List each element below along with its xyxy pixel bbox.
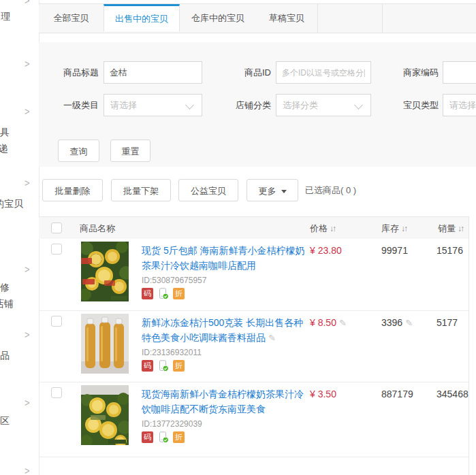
table-row: 新鲜冰冻金桔汁500克装 长期出售各种特色美食小吃调味酱香料甜品✎ ID:231… bbox=[39, 311, 476, 382]
stock-header-label: 库存 bbox=[381, 223, 399, 233]
selected-count-text: 已选商品( 0 ) bbox=[305, 179, 356, 201]
product-id: ID:530879675957 bbox=[142, 276, 206, 285]
product-id: ID:13772329039 bbox=[142, 419, 202, 429]
chevron-right-icon[interactable]: > bbox=[25, 105, 30, 117]
sidebar-item-fragment[interactable]: 区 bbox=[0, 415, 10, 427]
table-row: 现货 5斤包邮 海南新鲜青小金桔柠檬奶茶果汁冷饮越南咖啡店配用 ID:53087… bbox=[39, 239, 476, 310]
category-select[interactable]: 请选择 bbox=[104, 94, 202, 116]
row-divider bbox=[39, 457, 469, 457]
sidebar-item-fragment[interactable]: 品 bbox=[0, 350, 10, 362]
price-text: ¥ 8.50 bbox=[310, 317, 336, 328]
sales-header-label: 销量 bbox=[438, 223, 456, 233]
code-badge: 码 bbox=[142, 431, 153, 443]
sidebar-item-fragment[interactable]: 修 bbox=[0, 282, 10, 294]
sidebar-item-fragment[interactable]: 具 bbox=[0, 127, 10, 139]
title-field-label: 商品标题 bbox=[58, 61, 99, 84]
column-header-sales[interactable]: 销量↓↑ bbox=[438, 217, 463, 240]
chevron-down-icon bbox=[185, 101, 194, 110]
table-row: 现货海南新鲜小青金桔柠檬奶茶果汁冷饮咖啡店配不断货东南亚美食 ID:137723… bbox=[39, 382, 476, 454]
column-header-stock[interactable]: 库存↓↑ bbox=[381, 217, 407, 240]
chevron-right-icon[interactable]: > bbox=[25, 263, 30, 275]
tab-all-items[interactable]: 全部宝贝 bbox=[39, 4, 104, 33]
product-title-text: 新鲜冰冻金桔汁500克装 长期出售各种特色美食小吃调味酱香料甜品 bbox=[142, 317, 303, 343]
edit-price-icon[interactable]: ✎ bbox=[339, 318, 347, 328]
row-checkbox[interactable] bbox=[51, 244, 62, 255]
chevron-right-icon[interactable]: > bbox=[25, 397, 30, 408]
product-image[interactable] bbox=[81, 314, 129, 374]
edit-stock-icon[interactable]: ✎ bbox=[405, 318, 413, 328]
sidebar-item-fragment[interactable]: 快递 bbox=[0, 143, 8, 155]
item-type-select-value: 请选择 bbox=[449, 100, 476, 110]
column-header-price[interactable]: 价格↓↑ bbox=[310, 217, 335, 240]
mobile-verified-icon bbox=[157, 288, 169, 299]
more-label: 更多 bbox=[259, 186, 276, 196]
product-id-input[interactable] bbox=[276, 61, 371, 84]
stock-value: 99971 bbox=[381, 245, 408, 256]
product-title-link[interactable]: 现货海南新鲜小青金桔柠檬奶茶果汁冷饮咖啡店配不断货东南亚美食 bbox=[142, 387, 310, 416]
sort-icon[interactable]: ↓↑ bbox=[458, 224, 463, 233]
title-input[interactable] bbox=[104, 61, 202, 84]
price-value: ¥ 3.50 bbox=[310, 389, 336, 399]
caret-down-icon bbox=[281, 190, 287, 193]
chevron-right-icon[interactable]: > bbox=[25, 329, 30, 340]
product-id: ID:23136932011 bbox=[142, 348, 202, 357]
category-field-label: 一级类目 bbox=[58, 94, 99, 116]
mobile-verified-icon bbox=[157, 431, 169, 443]
tab-warehouse-items[interactable]: 仓库中的宝贝 bbox=[180, 4, 256, 33]
item-type-select[interactable]: 请选择 bbox=[443, 94, 476, 116]
sort-icon[interactable]: ↓↑ bbox=[330, 224, 335, 233]
tab-divider bbox=[317, 4, 318, 33]
tab-divider bbox=[382, 4, 383, 33]
tab-on-sale-items[interactable]: 出售中的宝贝 bbox=[104, 4, 180, 31]
item-type-field-label: 宝贝类型 bbox=[395, 94, 439, 116]
merchant-code-field-label: 商家编码 bbox=[395, 61, 439, 84]
shop-category-select-value: 选择分类 bbox=[283, 100, 318, 110]
badge-group: 码 折 bbox=[142, 431, 185, 443]
chevron-right-icon[interactable]: > bbox=[25, 58, 30, 69]
stock-text: 3396 bbox=[381, 317, 402, 328]
discount-badge: 折 bbox=[173, 288, 185, 299]
charity-items-button[interactable]: 公益宝贝 bbox=[178, 179, 238, 201]
code-badge: 码 bbox=[142, 360, 153, 372]
discount-badge: 折 bbox=[173, 360, 185, 372]
query-button[interactable]: 查询 bbox=[58, 140, 99, 162]
price-header-label: 价格 bbox=[310, 223, 328, 233]
chevron-right-icon[interactable]: > bbox=[25, 465, 30, 475]
price-value: ¥ 23.80 bbox=[310, 245, 342, 256]
table-header: 商品名称 价格↓↑ 库存↓↑ 销量↓↑ bbox=[39, 216, 469, 239]
row-checkbox[interactable] bbox=[51, 316, 62, 327]
code-badge: 码 bbox=[142, 288, 153, 299]
product-title-link[interactable]: 新鲜冰冻金桔汁500克装 长期出售各种特色美食小吃调味酱香料甜品✎ bbox=[142, 315, 310, 346]
sort-icon[interactable]: ↓↑ bbox=[401, 224, 407, 233]
merchant-code-input[interactable] bbox=[443, 61, 476, 84]
chevron-right-icon[interactable]: > bbox=[25, 0, 30, 6]
badge-group: 码 折 bbox=[142, 360, 185, 372]
mobile-verified-icon bbox=[157, 360, 169, 372]
left-sidebar: > 理 > > 具 快递 > 的宝贝 > 修 店铺 > 品 > 区 > bbox=[0, 0, 39, 475]
edit-title-icon[interactable]: ✎ bbox=[268, 333, 276, 343]
badge-group: 码 折 bbox=[142, 288, 185, 299]
sidebar-item-fragment[interactable]: 理 bbox=[1, 11, 10, 23]
chevron-right-icon[interactable]: > bbox=[25, 177, 30, 189]
product-image[interactable] bbox=[81, 385, 129, 445]
stock-value: 3396✎ bbox=[381, 317, 413, 328]
product-image[interactable] bbox=[81, 242, 129, 301]
product-id-field-label: 商品ID bbox=[227, 61, 271, 84]
batch-delete-button[interactable]: 批量删除 bbox=[42, 179, 103, 201]
shop-category-select[interactable]: 选择分类 bbox=[276, 94, 371, 116]
tab-draft-items[interactable]: 草稿宝贝 bbox=[256, 4, 317, 33]
sales-value: 345468 bbox=[437, 389, 469, 399]
sidebar-item-fragment[interactable]: 的宝贝 bbox=[0, 198, 23, 210]
discount-badge: 折 bbox=[173, 431, 185, 443]
select-all-checkbox[interactable] bbox=[51, 223, 62, 233]
reset-button[interactable]: 重置 bbox=[110, 140, 150, 162]
seller-items-page: { "colors": { "accent_blue": "#1b90d2", … bbox=[0, 0, 476, 475]
sidebar-item-fragment[interactable]: 店铺 bbox=[0, 298, 14, 310]
product-title-link[interactable]: 现货 5斤包邮 海南新鲜青小金桔柠檬奶茶果汁冷饮越南咖啡店配用 bbox=[142, 243, 310, 273]
row-checkbox[interactable] bbox=[51, 387, 62, 398]
category-select-value: 请选择 bbox=[110, 100, 137, 110]
batch-unlist-button[interactable]: 批量下架 bbox=[111, 179, 171, 201]
stock-value: 887179 bbox=[381, 389, 413, 399]
chevron-down-icon bbox=[354, 101, 363, 110]
more-dropdown-button[interactable]: 更多 bbox=[247, 179, 298, 201]
